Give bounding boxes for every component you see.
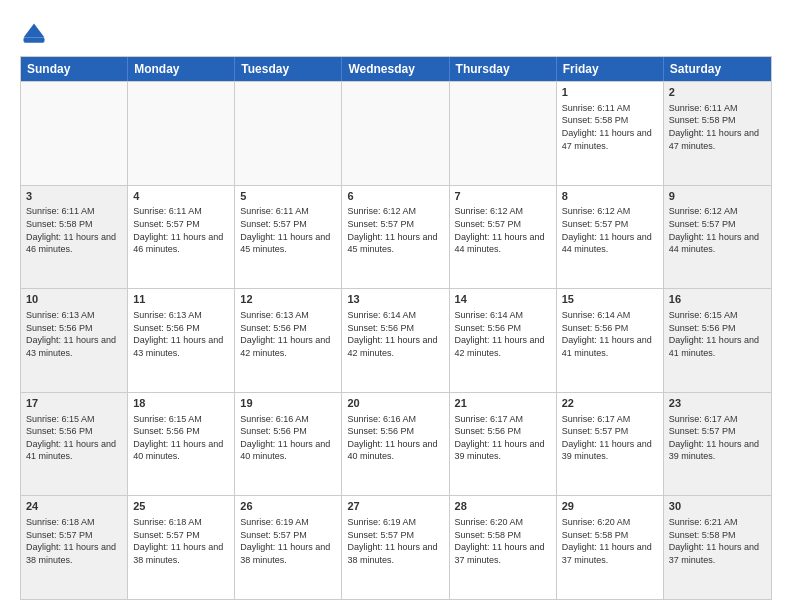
empty-cell-0-4: [450, 82, 557, 185]
day-number: 11: [133, 292, 229, 307]
day-number: 30: [669, 499, 766, 514]
day-cell-9: 9Sunrise: 6:12 AM Sunset: 5:57 PM Daylig…: [664, 186, 771, 289]
header-day-monday: Monday: [128, 57, 235, 81]
day-info: Sunrise: 6:12 AM Sunset: 5:57 PM Dayligh…: [562, 205, 658, 255]
empty-cell-0-3: [342, 82, 449, 185]
day-info: Sunrise: 6:15 AM Sunset: 5:56 PM Dayligh…: [133, 413, 229, 463]
day-info: Sunrise: 6:11 AM Sunset: 5:58 PM Dayligh…: [26, 205, 122, 255]
day-number: 5: [240, 189, 336, 204]
day-info: Sunrise: 6:19 AM Sunset: 5:57 PM Dayligh…: [240, 516, 336, 566]
day-cell-22: 22Sunrise: 6:17 AM Sunset: 5:57 PM Dayli…: [557, 393, 664, 496]
header-day-sunday: Sunday: [21, 57, 128, 81]
day-cell-28: 28Sunrise: 6:20 AM Sunset: 5:58 PM Dayli…: [450, 496, 557, 599]
calendar-row-2: 10Sunrise: 6:13 AM Sunset: 5:56 PM Dayli…: [21, 288, 771, 392]
calendar-body: 1Sunrise: 6:11 AM Sunset: 5:58 PM Daylig…: [21, 81, 771, 599]
day-info: Sunrise: 6:17 AM Sunset: 5:57 PM Dayligh…: [562, 413, 658, 463]
empty-cell-0-1: [128, 82, 235, 185]
day-cell-26: 26Sunrise: 6:19 AM Sunset: 5:57 PM Dayli…: [235, 496, 342, 599]
svg-marker-0: [24, 24, 45, 38]
day-info: Sunrise: 6:14 AM Sunset: 5:56 PM Dayligh…: [455, 309, 551, 359]
day-number: 29: [562, 499, 658, 514]
day-cell-12: 12Sunrise: 6:13 AM Sunset: 5:56 PM Dayli…: [235, 289, 342, 392]
calendar-row-3: 17Sunrise: 6:15 AM Sunset: 5:56 PM Dayli…: [21, 392, 771, 496]
day-info: Sunrise: 6:12 AM Sunset: 5:57 PM Dayligh…: [455, 205, 551, 255]
day-cell-15: 15Sunrise: 6:14 AM Sunset: 5:56 PM Dayli…: [557, 289, 664, 392]
header: [20, 16, 772, 48]
day-info: Sunrise: 6:20 AM Sunset: 5:58 PM Dayligh…: [455, 516, 551, 566]
day-number: 28: [455, 499, 551, 514]
day-info: Sunrise: 6:13 AM Sunset: 5:56 PM Dayligh…: [240, 309, 336, 359]
day-cell-30: 30Sunrise: 6:21 AM Sunset: 5:58 PM Dayli…: [664, 496, 771, 599]
day-number: 12: [240, 292, 336, 307]
day-cell-25: 25Sunrise: 6:18 AM Sunset: 5:57 PM Dayli…: [128, 496, 235, 599]
day-cell-23: 23Sunrise: 6:17 AM Sunset: 5:57 PM Dayli…: [664, 393, 771, 496]
day-number: 8: [562, 189, 658, 204]
day-number: 3: [26, 189, 122, 204]
calendar-row-1: 3Sunrise: 6:11 AM Sunset: 5:58 PM Daylig…: [21, 185, 771, 289]
day-info: Sunrise: 6:11 AM Sunset: 5:58 PM Dayligh…: [669, 102, 766, 152]
day-cell-20: 20Sunrise: 6:16 AM Sunset: 5:56 PM Dayli…: [342, 393, 449, 496]
calendar-header: SundayMondayTuesdayWednesdayThursdayFrid…: [21, 57, 771, 81]
day-info: Sunrise: 6:16 AM Sunset: 5:56 PM Dayligh…: [240, 413, 336, 463]
day-number: 20: [347, 396, 443, 411]
svg-rect-1: [24, 38, 45, 43]
day-info: Sunrise: 6:12 AM Sunset: 5:57 PM Dayligh…: [669, 205, 766, 255]
day-number: 27: [347, 499, 443, 514]
day-info: Sunrise: 6:21 AM Sunset: 5:58 PM Dayligh…: [669, 516, 766, 566]
header-day-thursday: Thursday: [450, 57, 557, 81]
day-number: 19: [240, 396, 336, 411]
day-info: Sunrise: 6:20 AM Sunset: 5:58 PM Dayligh…: [562, 516, 658, 566]
day-info: Sunrise: 6:19 AM Sunset: 5:57 PM Dayligh…: [347, 516, 443, 566]
day-number: 14: [455, 292, 551, 307]
day-cell-11: 11Sunrise: 6:13 AM Sunset: 5:56 PM Dayli…: [128, 289, 235, 392]
day-cell-4: 4Sunrise: 6:11 AM Sunset: 5:57 PM Daylig…: [128, 186, 235, 289]
day-number: 18: [133, 396, 229, 411]
empty-cell-0-0: [21, 82, 128, 185]
day-cell-19: 19Sunrise: 6:16 AM Sunset: 5:56 PM Dayli…: [235, 393, 342, 496]
day-cell-6: 6Sunrise: 6:12 AM Sunset: 5:57 PM Daylig…: [342, 186, 449, 289]
day-number: 22: [562, 396, 658, 411]
day-number: 1: [562, 85, 658, 100]
day-info: Sunrise: 6:17 AM Sunset: 5:57 PM Dayligh…: [669, 413, 766, 463]
day-info: Sunrise: 6:14 AM Sunset: 5:56 PM Dayligh…: [347, 309, 443, 359]
day-cell-3: 3Sunrise: 6:11 AM Sunset: 5:58 PM Daylig…: [21, 186, 128, 289]
day-cell-27: 27Sunrise: 6:19 AM Sunset: 5:57 PM Dayli…: [342, 496, 449, 599]
day-number: 6: [347, 189, 443, 204]
day-info: Sunrise: 6:15 AM Sunset: 5:56 PM Dayligh…: [26, 413, 122, 463]
day-info: Sunrise: 6:13 AM Sunset: 5:56 PM Dayligh…: [133, 309, 229, 359]
day-number: 25: [133, 499, 229, 514]
logo: [20, 20, 52, 48]
day-cell-10: 10Sunrise: 6:13 AM Sunset: 5:56 PM Dayli…: [21, 289, 128, 392]
day-cell-1: 1Sunrise: 6:11 AM Sunset: 5:58 PM Daylig…: [557, 82, 664, 185]
day-number: 4: [133, 189, 229, 204]
day-cell-24: 24Sunrise: 6:18 AM Sunset: 5:57 PM Dayli…: [21, 496, 128, 599]
logo-icon: [20, 20, 48, 48]
header-day-tuesday: Tuesday: [235, 57, 342, 81]
day-number: 15: [562, 292, 658, 307]
day-info: Sunrise: 6:16 AM Sunset: 5:56 PM Dayligh…: [347, 413, 443, 463]
day-number: 26: [240, 499, 336, 514]
day-cell-8: 8Sunrise: 6:12 AM Sunset: 5:57 PM Daylig…: [557, 186, 664, 289]
day-number: 9: [669, 189, 766, 204]
calendar: SundayMondayTuesdayWednesdayThursdayFrid…: [20, 56, 772, 600]
day-number: 24: [26, 499, 122, 514]
header-day-friday: Friday: [557, 57, 664, 81]
day-number: 2: [669, 85, 766, 100]
day-info: Sunrise: 6:18 AM Sunset: 5:57 PM Dayligh…: [133, 516, 229, 566]
day-cell-2: 2Sunrise: 6:11 AM Sunset: 5:58 PM Daylig…: [664, 82, 771, 185]
page: SundayMondayTuesdayWednesdayThursdayFrid…: [0, 0, 792, 612]
day-info: Sunrise: 6:17 AM Sunset: 5:56 PM Dayligh…: [455, 413, 551, 463]
day-cell-7: 7Sunrise: 6:12 AM Sunset: 5:57 PM Daylig…: [450, 186, 557, 289]
day-cell-21: 21Sunrise: 6:17 AM Sunset: 5:56 PM Dayli…: [450, 393, 557, 496]
day-number: 13: [347, 292, 443, 307]
day-cell-29: 29Sunrise: 6:20 AM Sunset: 5:58 PM Dayli…: [557, 496, 664, 599]
day-info: Sunrise: 6:12 AM Sunset: 5:57 PM Dayligh…: [347, 205, 443, 255]
calendar-row-0: 1Sunrise: 6:11 AM Sunset: 5:58 PM Daylig…: [21, 81, 771, 185]
day-info: Sunrise: 6:13 AM Sunset: 5:56 PM Dayligh…: [26, 309, 122, 359]
day-cell-17: 17Sunrise: 6:15 AM Sunset: 5:56 PM Dayli…: [21, 393, 128, 496]
day-number: 17: [26, 396, 122, 411]
day-info: Sunrise: 6:11 AM Sunset: 5:57 PM Dayligh…: [240, 205, 336, 255]
header-day-wednesday: Wednesday: [342, 57, 449, 81]
day-number: 7: [455, 189, 551, 204]
day-number: 23: [669, 396, 766, 411]
